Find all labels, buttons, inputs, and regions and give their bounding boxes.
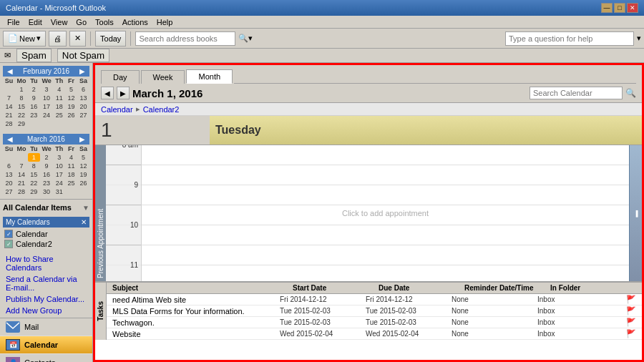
mar-day[interactable]: 13 <box>3 170 15 179</box>
mar-day[interactable]: 8 <box>28 162 40 170</box>
minimize-button[interactable]: — <box>601 3 613 13</box>
feb-day[interactable]: 14 <box>3 102 15 111</box>
feb-day[interactable]: 18 <box>53 102 65 111</box>
cal-search-icon[interactable]: 🔍 <box>625 88 636 98</box>
address-search-input[interactable] <box>135 31 235 46</box>
mar-next-nav[interactable]: ▶ <box>78 135 87 143</box>
calendar-search-input[interactable] <box>530 87 623 99</box>
mar-day[interactable]: 26 <box>77 179 89 187</box>
mar-day[interactable]: 31 <box>53 187 65 196</box>
mar-day[interactable]: 2 <box>40 153 53 162</box>
help-search-icon[interactable]: ▾ <box>637 34 641 43</box>
feb-prev-nav[interactable]: ◀ <box>6 67 14 75</box>
mar-prev-nav[interactable]: ◀ <box>6 135 14 143</box>
mar-day[interactable]: 17 <box>53 170 65 179</box>
feb-day[interactable]: 23 <box>28 111 40 119</box>
previous-appointment-label[interactable]: Previous Appointment <box>95 145 106 281</box>
mar-day[interactable]: 9 <box>40 162 53 170</box>
slot-9[interactable] <box>142 185 629 205</box>
add-appointment-hint[interactable]: Click to add appointment <box>342 209 429 217</box>
maximize-button[interactable]: □ <box>614 3 625 13</box>
feb-day[interactable]: 26 <box>65 111 77 119</box>
feb-day[interactable]: 24 <box>40 111 53 119</box>
tab-day[interactable]: Day <box>101 70 140 84</box>
mar-day[interactable]: 21 <box>15 179 28 187</box>
nav-contacts[interactable]: 👤 Contacts <box>0 354 92 362</box>
mar-day[interactable]: 30 <box>40 187 53 196</box>
calendar-checkbox-calendar2[interactable]: ✓ <box>4 240 13 248</box>
feb-day[interactable]: 19 <box>65 102 77 111</box>
feb-day[interactable]: 15 <box>15 102 28 111</box>
slot-8[interactable] <box>142 145 629 165</box>
cal-forward-button[interactable]: ▶ <box>117 87 130 99</box>
add-group-link[interactable]: Add New Group <box>3 305 89 316</box>
feb-day[interactable]: 25 <box>53 111 65 119</box>
spam-button[interactable]: Spam <box>16 49 52 62</box>
feb-day[interactable]: 28 <box>3 119 15 128</box>
feb-day[interactable] <box>3 85 15 94</box>
mar-day[interactable] <box>15 153 28 162</box>
feb-day[interactable]: 1 <box>15 85 28 94</box>
menu-go[interactable]: Go <box>72 18 91 26</box>
mar-day[interactable]: 29 <box>28 187 40 196</box>
tab-month[interactable]: Month <box>186 69 233 84</box>
menu-actions[interactable]: Actions <box>118 18 152 26</box>
menu-edit[interactable]: Edit <box>24 18 47 26</box>
feb-day[interactable]: 11 <box>53 94 65 102</box>
slot-11[interactable] <box>142 265 629 281</box>
mar-day[interactable]: 28 <box>15 187 28 196</box>
my-calendars-header[interactable]: My Calendars ✕ <box>3 217 89 228</box>
help-input[interactable] <box>505 31 634 46</box>
publish-calendar-link[interactable]: Publish My Calendar... <box>3 293 89 305</box>
feb-day[interactable]: 17 <box>40 102 53 111</box>
feb-day[interactable]: 27 <box>77 111 89 119</box>
mar-day[interactable]: 3 <box>53 153 65 162</box>
feb-day[interactable]: 10 <box>40 94 53 102</box>
mar-day-1[interactable]: 1 <box>28 153 40 162</box>
mar-day[interactable]: 6 <box>3 162 15 170</box>
feb-day[interactable]: 12 <box>65 94 77 102</box>
nav-mail[interactable]: Mail <box>0 318 92 336</box>
feb-day[interactable]: 8 <box>15 94 28 102</box>
mar-day[interactable]: 12 <box>77 162 89 170</box>
task-row[interactable]: need Altima Web site Fri 2014-12-12 Fri … <box>107 294 642 305</box>
not-spam-button[interactable]: Not Spam <box>57 49 109 62</box>
menu-view[interactable]: View <box>47 18 72 26</box>
day-slots[interactable]: Click to add appointment <box>142 145 629 281</box>
mar-day[interactable]: 22 <box>28 179 40 187</box>
mar-day[interactable]: 10 <box>53 162 65 170</box>
calendar-item-calendar2[interactable]: ✓ Calendar2 <box>3 239 89 249</box>
feb-day[interactable]: 6 <box>77 85 89 94</box>
cal-back-button[interactable]: ◀ <box>101 87 114 99</box>
mar-day[interactable]: 24 <box>53 179 65 187</box>
tab-week[interactable]: Week <box>141 70 185 84</box>
calendar-checkbox-calendar[interactable]: ✓ <box>4 230 13 238</box>
mar-day[interactable]: 5 <box>77 153 89 162</box>
mar-day[interactable]: 4 <box>65 153 77 162</box>
mar-day[interactable]: 20 <box>3 179 15 187</box>
delete-button[interactable]: ✕ <box>69 31 86 47</box>
slot-8-30[interactable] <box>142 165 629 185</box>
mar-day[interactable]: 16 <box>40 170 53 179</box>
feb-day[interactable]: 22 <box>15 111 28 119</box>
new-button[interactable]: 📄 New▾ <box>3 31 46 47</box>
feb-day[interactable]: 7 <box>3 94 15 102</box>
slot-10-30[interactable] <box>142 245 629 265</box>
feb-next-nav[interactable]: ▶ <box>78 67 87 75</box>
feb-day[interactable]: 13 <box>77 94 89 102</box>
task-row[interactable]: Website Wed 2015-02-04 Wed 2015-02-04 No… <box>107 328 642 340</box>
feb-day[interactable]: 5 <box>65 85 77 94</box>
task-row[interactable]: MLS Data Forms for Your information. Tue… <box>107 305 642 317</box>
share-calendars-link[interactable]: How to Share Calendars <box>3 253 89 273</box>
feb-day[interactable]: 16 <box>28 102 40 111</box>
calendar-item-calendar[interactable]: ✓ Calendar <box>3 229 89 239</box>
feb-day[interactable]: 29 <box>15 119 28 128</box>
mar-day[interactable]: 7 <box>15 162 28 170</box>
menu-tools[interactable]: Tools <box>91 18 118 26</box>
address-search-icon[interactable]: 🔍▾ <box>238 34 253 43</box>
slot-10[interactable] <box>142 225 629 245</box>
today-button[interactable]: Today <box>95 31 126 47</box>
feb-day[interactable]: 21 <box>3 111 15 119</box>
mar-day[interactable]: 11 <box>65 162 77 170</box>
mar-day[interactable] <box>3 153 15 162</box>
